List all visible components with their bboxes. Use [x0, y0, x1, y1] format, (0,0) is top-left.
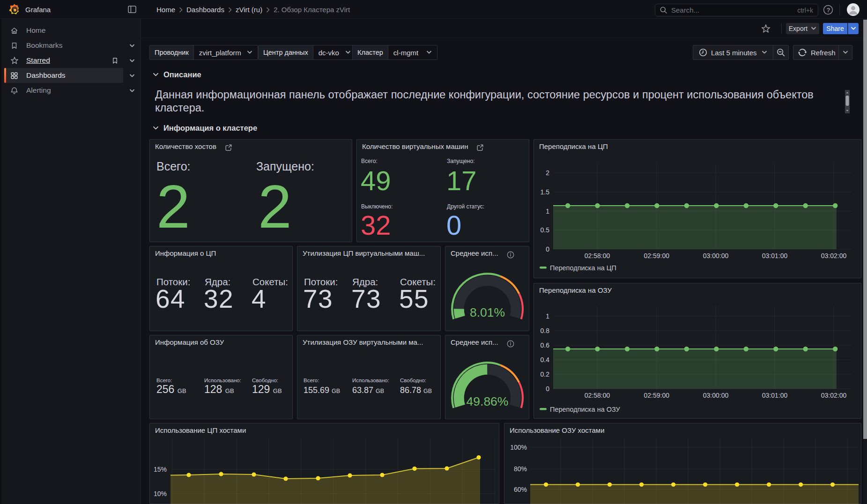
- svg-text:10%: 10%: [154, 490, 167, 497]
- svg-text:0.8: 0.8: [541, 327, 550, 334]
- svg-text:02:59:00: 02:59:00: [644, 392, 670, 399]
- svg-text:15%: 15%: [154, 466, 167, 473]
- svg-text:02:58:00: 02:58:00: [585, 252, 610, 259]
- svg-text:49.86%: 49.86%: [467, 394, 509, 408]
- svg-text:0.6: 0.6: [541, 341, 550, 349]
- svg-text:03:02:00: 03:02:00: [821, 392, 847, 399]
- svg-text:1: 1: [546, 312, 549, 320]
- svg-text:0.2: 0.2: [541, 371, 550, 378]
- svg-text:2: 2: [546, 169, 549, 177]
- svg-text:80%: 80%: [514, 465, 527, 473]
- svg-text:0: 0: [546, 385, 549, 393]
- svg-text:100%: 100%: [510, 444, 527, 451]
- svg-text:Переподписка на ОЗУ: Переподписка на ОЗУ: [550, 406, 621, 413]
- svg-text:0.4: 0.4: [541, 356, 550, 363]
- svg-text:1.5: 1.5: [541, 188, 550, 196]
- svg-text:03:01:00: 03:01:00: [762, 252, 788, 259]
- svg-text:02:58:00: 02:58:00: [585, 392, 610, 399]
- svg-text:0.5: 0.5: [541, 226, 550, 234]
- svg-text:60%: 60%: [514, 486, 527, 493]
- svg-text:Переподписка на ЦП: Переподписка на ЦП: [550, 264, 616, 272]
- svg-text:8.01%: 8.01%: [470, 305, 505, 319]
- svg-text:03:01:00: 03:01:00: [762, 392, 788, 399]
- svg-text:1: 1: [546, 208, 549, 215]
- svg-text:0: 0: [546, 245, 549, 253]
- svg-text:03:00:00: 03:00:00: [703, 252, 729, 259]
- svg-text:03:00:00: 03:00:00: [703, 392, 729, 399]
- svg-text:02:59:00: 02:59:00: [644, 252, 670, 259]
- svg-text:03:02:00: 03:02:00: [821, 252, 847, 259]
